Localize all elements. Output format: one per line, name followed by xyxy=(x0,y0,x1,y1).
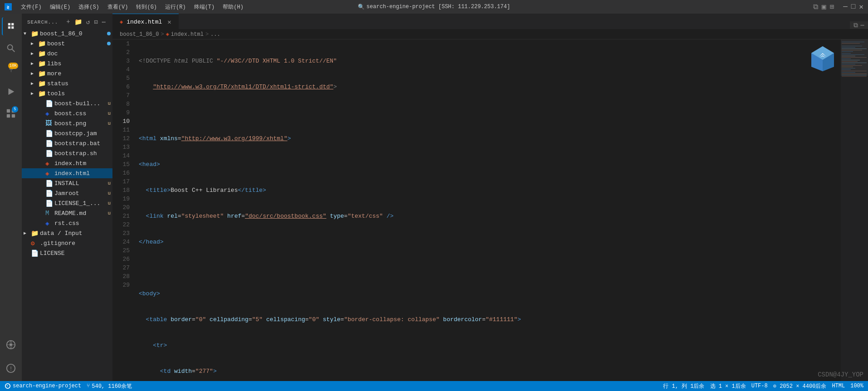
tree-item-index-htm[interactable]: ◈ index.htm xyxy=(22,158,112,168)
minimap[interactable] xyxy=(841,39,868,381)
lineending-status[interactable]: ⊙ 2052 × 4400后余 xyxy=(773,382,827,390)
tree-item-boost-css[interactable]: ◈ boost.css u xyxy=(22,108,112,118)
tree-item-readme[interactable]: M README.md u xyxy=(22,208,112,218)
activity-explorer[interactable] xyxy=(2,17,20,35)
menu-help[interactable]: 帮助(H) xyxy=(219,1,247,13)
tab-index-html[interactable]: ◈ index.html ✕ xyxy=(112,14,179,29)
tree-item-data-input[interactable]: ▶ 📁 data / Input xyxy=(22,228,112,238)
activity-search[interactable] xyxy=(2,39,20,57)
position-status[interactable]: 行 1, 列 1后余 xyxy=(663,382,704,390)
tab-close-button[interactable]: ✕ xyxy=(167,18,171,26)
tree-item-license[interactable]: 📄 LICENSE_1_... u xyxy=(22,198,112,208)
tree-item-status[interactable]: ▶ 📁 status xyxy=(22,78,112,88)
modified-indicator: u xyxy=(107,101,111,106)
tree-item-tools[interactable]: ▶ 📁 tools xyxy=(22,88,112,98)
tree-item-index-html[interactable]: ◈ index.html xyxy=(22,168,112,178)
tree-item-libs[interactable]: ▶ 📁 libs xyxy=(22,59,112,68)
menu-run[interactable]: 运行(R) xyxy=(161,1,190,13)
svg-rect-24 xyxy=(842,51,853,52)
svg-rect-36 xyxy=(842,68,855,68)
tree-label: boost-buil... xyxy=(54,100,106,107)
tree-item-boostcpp-jam[interactable]: 📄 boostcpp.jam xyxy=(22,128,112,138)
modified-indicator: u xyxy=(107,111,111,116)
activity-extensions[interactable]: 5 xyxy=(2,104,20,122)
filetype-status[interactable]: HTML xyxy=(832,383,845,389)
tree-item-gitignore[interactable]: ⚙ .gitignore xyxy=(22,238,112,248)
menu-terminal[interactable]: 终端(T) xyxy=(190,1,219,13)
selection-status[interactable]: 选 1 × 1后余 xyxy=(710,382,746,390)
tab-label: index.html xyxy=(127,19,162,25)
breadcrumb: boost_1_86_0 > ◈ index.html > ... xyxy=(112,29,868,39)
sidebar-header-icons: + 📁 ↺ ⊡ ⋯ xyxy=(65,17,107,27)
encoding-text: UTF-8 xyxy=(751,383,768,389)
svg-line-3 xyxy=(12,49,15,52)
tree-item-install[interactable]: 📄 INSTALL u xyxy=(22,178,112,188)
menu-select[interactable]: 选择(S) xyxy=(75,1,103,13)
svg-rect-33 xyxy=(842,64,855,64)
tree-item-bootstrap-bat[interactable]: 📄 bootstrap.bat xyxy=(22,138,112,148)
collapse-icon[interactable]: ⊡ xyxy=(93,17,99,27)
breadcrumb-item-2[interactable]: index.html xyxy=(171,31,204,38)
split-editor-icon[interactable]: ⧉ xyxy=(813,3,818,11)
new-file-icon[interactable]: + xyxy=(65,17,71,27)
code-line-9 xyxy=(139,264,841,272)
folder-icon: 📁 xyxy=(38,90,45,98)
png-file-icon: 🖼 xyxy=(45,120,53,127)
svg-rect-31 xyxy=(842,61,858,62)
zoom-status[interactable]: 100% xyxy=(850,383,863,389)
tree-item-rst-css[interactable]: ◈ rst.css xyxy=(22,218,112,228)
activity-issues[interactable]: ! xyxy=(2,359,20,377)
extensions-badge: 5 xyxy=(12,106,18,112)
tree-item-doc[interactable]: ▶ 📁 doc xyxy=(22,49,112,59)
encoding-status[interactable]: UTF-8 xyxy=(751,383,768,389)
new-folder-icon[interactable]: 📁 xyxy=(73,17,83,27)
menu-goto[interactable]: 转到(G) xyxy=(132,1,161,13)
layout-icon[interactable]: ▣ xyxy=(822,2,826,11)
tree-item-license-root[interactable]: 📄 LICENSE xyxy=(22,248,112,258)
more-actions-button[interactable]: ⋯ xyxy=(861,21,864,29)
status-bar-left: search-engine-project ⑂ 540, 1160余笔 xyxy=(5,382,132,390)
branch-status[interactable]: ⑂ 540, 1160余笔 xyxy=(87,382,132,390)
svg-rect-34 xyxy=(842,65,862,66)
file-icon: 📄 xyxy=(45,100,53,108)
tree-item-boost-png[interactable]: 🖼 boost.png u xyxy=(22,118,112,128)
breadcrumb-item-0[interactable]: boost_1_86_0 xyxy=(120,31,159,38)
code-editor[interactable]: <!DOCTYPE html PUBLIC "-//W3C//DTD XHTML… xyxy=(135,39,841,381)
breadcrumb-sep-1: > xyxy=(205,31,209,38)
modified-indicator: u xyxy=(107,191,111,196)
title-bar-left: ≷ 文件(F) 编辑(E) 选择(S) 查看(V) 转到(G) 运行(R) 终端… xyxy=(5,1,247,13)
svg-rect-35 xyxy=(842,67,853,67)
tree-item-bootstrap-sh[interactable]: 📄 bootstrap.sh xyxy=(22,148,112,158)
svg-rect-27 xyxy=(842,56,855,56)
svg-rect-21 xyxy=(842,47,855,48)
minimize-button[interactable]: — xyxy=(843,3,848,11)
search-icon: 🔍 xyxy=(358,4,365,10)
tree-item-boost-build[interactable]: 📄 boost-buil... u xyxy=(22,98,112,108)
remote-status[interactable]: search-engine-project xyxy=(5,383,81,389)
activity-remote[interactable] xyxy=(2,336,20,354)
breadcrumb-item-1[interactable]: ◈ xyxy=(166,31,169,38)
breadcrumb-item-3[interactable]: ... xyxy=(210,31,220,38)
code-line-12: <tr> xyxy=(139,341,841,350)
file-icon: 📄 xyxy=(45,130,53,137)
maximize-button[interactable]: □ xyxy=(851,3,856,11)
menu-edit[interactable]: 编辑(E) xyxy=(46,1,74,13)
tree-item-boost[interactable]: ▶ 📁 boost xyxy=(22,39,112,49)
more-icon[interactable]: ⊞ xyxy=(830,2,834,11)
svg-text:≷: ≷ xyxy=(7,5,10,10)
source-control-badge: 10K xyxy=(8,63,18,69)
tree-item-more[interactable]: ▶ 📁 more xyxy=(22,68,112,78)
menu-file[interactable]: 文件(F) xyxy=(17,1,45,13)
tree-item-boost-root[interactable]: ▼ 📁 boost_1_86_0 xyxy=(22,29,112,39)
refresh-icon[interactable]: ↺ xyxy=(85,17,91,27)
tree-label: libs xyxy=(47,60,111,67)
activity-source-control[interactable]: ⑂ 10K xyxy=(2,61,20,79)
close-button[interactable]: ✕ xyxy=(859,2,863,11)
tree-item-jamroot[interactable]: 📄 Jamroot u xyxy=(22,188,112,198)
split-editor-button[interactable]: ⧉ xyxy=(853,22,858,29)
title-search-text[interactable]: search-engine-project [SSH: 111.229.253.… xyxy=(366,4,510,10)
more-icon[interactable]: ⋯ xyxy=(101,17,107,27)
menu-view[interactable]: 查看(V) xyxy=(104,1,132,13)
breadcrumb-sep-0: > xyxy=(161,31,164,38)
activity-run[interactable] xyxy=(2,83,20,101)
